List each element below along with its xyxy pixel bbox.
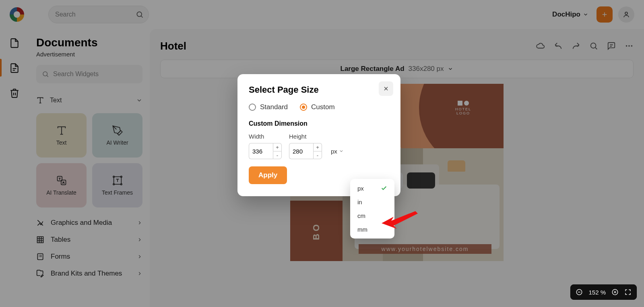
zoom-out-button[interactable] <box>576 288 583 296</box>
page-size-modal: Select Page Size Standard Custom Custom … <box>237 74 400 196</box>
close-icon <box>383 85 389 92</box>
radio-standard[interactable]: Standard <box>249 103 288 111</box>
radio-custom-label: Custom <box>311 103 335 111</box>
height-stepper[interactable]: + - <box>289 143 322 159</box>
chevron-down-icon <box>339 149 344 154</box>
unit-option-mm[interactable]: mm <box>350 222 394 236</box>
unit-option-px[interactable]: px <box>350 181 394 195</box>
height-increment[interactable]: + <box>313 143 322 151</box>
radio-custom[interactable]: Custom <box>300 103 335 111</box>
unit-option-cm[interactable]: cm <box>350 209 394 222</box>
zoom-toolbar: 152 % <box>570 284 637 300</box>
radio-icon <box>300 104 307 111</box>
fullscreen-button[interactable] <box>624 288 632 296</box>
modal-title: Select Page Size <box>249 85 389 95</box>
width-decrement[interactable]: - <box>273 151 282 159</box>
check-icon <box>381 185 387 191</box>
custom-dimension-title: Custom Dimension <box>249 120 389 127</box>
width-stepper[interactable]: + - <box>249 143 282 159</box>
radio-icon <box>249 104 256 111</box>
height-decrement[interactable]: - <box>313 151 322 159</box>
radio-standard-label: Standard <box>260 103 288 111</box>
unit-label: px <box>331 148 337 155</box>
unit-option-label: mm <box>357 226 367 233</box>
apply-button[interactable]: Apply <box>249 166 287 184</box>
width-increment[interactable]: + <box>273 143 282 151</box>
close-modal-button[interactable] <box>379 81 393 96</box>
unit-dropdown: px in cm mm <box>350 179 394 239</box>
zoom-value[interactable]: 152 % <box>588 289 606 296</box>
unit-option-label: px <box>357 185 364 192</box>
unit-option-in[interactable]: in <box>350 195 394 209</box>
unit-option-label: in <box>357 199 362 205</box>
height-label: Height <box>289 133 322 140</box>
unit-select[interactable]: px <box>329 143 345 159</box>
height-input[interactable] <box>289 143 313 159</box>
zoom-in-button[interactable] <box>611 288 619 296</box>
width-label: Width <box>249 133 282 140</box>
unit-option-label: cm <box>357 212 365 219</box>
width-input[interactable] <box>249 143 273 159</box>
